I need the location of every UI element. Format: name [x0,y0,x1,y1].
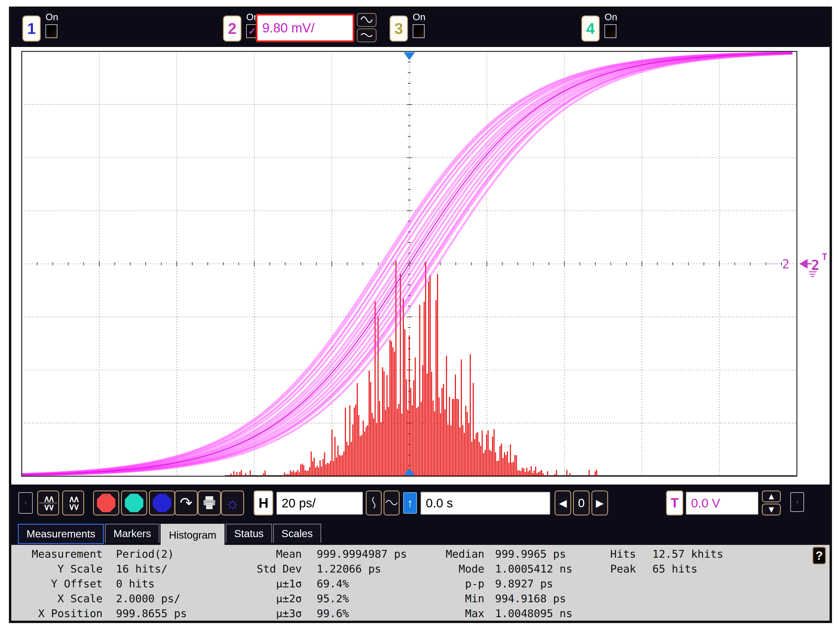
stat-label [603,576,636,591]
channel-1-on-label: On [46,12,69,22]
channel-4-group: 4 On [581,9,629,47]
channel-3-checkbox[interactable] [413,24,425,38]
run-acquisition-button[interactable] [121,490,147,515]
stop-acquisition-button[interactable] [93,490,119,515]
horizontal-menu-button[interactable]: H [254,490,273,515]
question-mark-icon: ? [816,549,823,563]
delay-right-button[interactable]: ▶ [591,490,608,515]
brightness-sun-icon: ☼ [225,494,240,512]
triangle-up-icon: ▲ [767,491,776,501]
zoom-out-wave-button[interactable] [366,490,382,515]
wave-small-icon-button[interactable] [357,28,376,42]
tab-markers[interactable]: Markers [105,524,159,543]
delay-left-button[interactable]: ◀ [554,490,571,515]
scroll-up-left-button[interactable]: ↑ [19,492,33,514]
display-intensity-button[interactable]: ☼ [221,490,244,515]
stat-value: 12.57 khits [636,547,830,561]
stat-label: μ±3σ [241,606,302,621]
trigger-menu-button[interactable]: T [666,490,683,515]
stat-label: Peak [603,561,636,576]
ch2-axis-label: 2 [782,257,789,271]
stat-label: Max [407,606,485,621]
histogram-stats-panel: MeasurementPeriod(2) Mean999.9994987 ps … [11,545,830,621]
stat-value [636,606,830,621]
stat-label: Y Offset [11,576,103,591]
stat-label: Measurement [11,547,103,561]
timebase-field[interactable]: 20 ps/ [276,492,363,515]
ch2-trigger-level-marker: 2T [799,251,827,277]
zoom-in-wave-button[interactable] [384,490,399,515]
stat-value: 999.9994987 ps [302,547,407,561]
channel-1-button[interactable]: 1 [22,16,41,42]
single-acquisition-button[interactable] [149,490,175,515]
stat-value: 16 hits/ [103,561,241,576]
cyan-octagon-icon [125,494,143,512]
chevron-up-down-button-2[interactable]: ∧∧∨∨ [62,490,84,515]
channel-1-number: 1 [27,20,36,38]
double-chevron-icon: ∧∧∨∨ [39,495,57,511]
up-arrow-icon: ↑ [796,500,798,504]
curved-arrow-icon: ↷ [180,494,193,512]
trigger-level-down-button[interactable]: ▼ [762,504,781,515]
print-button[interactable] [198,490,221,515]
svg-text:2: 2 [811,257,819,273]
channel-3-number: 3 [395,20,403,38]
trigger-level-field[interactable]: 0.0 V [686,492,758,515]
ch2-scale-value: 9.80 mV/ [262,20,314,35]
stats-row: X Position999.8655 ps μ±3σ99.6% Max1.004… [11,606,830,621]
h-label: H [258,495,268,511]
stat-value: 0 hits [103,576,241,591]
trigger-level-value: 0.0 V [691,496,720,511]
channel-4-checkbox[interactable] [605,24,616,38]
stat-label: X Position [11,606,103,621]
timebase-value: 20 ps/ [282,496,316,511]
tab-measurements[interactable]: Measurements [18,524,104,544]
trigger-level-up-button[interactable]: ▲ [762,490,781,502]
stats-row: Y Scale16 hits/ Std Dev1.22066 ps Mode1.… [11,561,830,576]
channel-3-on-label: On [413,12,436,22]
stats-row: X Scale2.0000 ps/ μ±2σ95.2% Min994.9168 … [11,591,830,606]
plot-zone: 22T [11,47,830,484]
wave-large-icon-button[interactable] [357,13,376,27]
tab-histogram[interactable]: Histogram [161,524,224,546]
stat-value: 1.22066 ps [302,561,407,576]
clear-display-button[interactable]: ↷ [175,490,198,515]
stat-label: X Scale [11,591,103,606]
scroll-up-right-button[interactable]: ↑ [790,492,804,512]
channel-1-checkbox[interactable] [46,24,57,38]
trigger-slope-rising-button[interactable]: ↑ [403,492,417,514]
up-arrow-icon: ↑ [25,501,27,505]
horizontal-delay-field[interactable]: 0.0 s [420,492,550,515]
tab-status[interactable]: Status [226,524,272,543]
stat-value: 95.2% [302,591,407,606]
red-octagon-icon [97,494,115,512]
channel-4-button[interactable]: 4 [581,16,600,42]
oscilloscope-screen: 1 On 2 On ✓ 9.80 mV/ 3 [9,6,832,623]
delay-zero-button[interactable]: 0 [573,490,590,515]
stat-value: 999.8655 ps [103,606,241,621]
stats-row: Y Offset0 hits μ±1σ69.4% p-p9.8927 ps [11,576,830,591]
stat-value: Period(2) [103,547,241,561]
stat-label: Mean [241,547,302,561]
stat-value: 999.9965 ps [485,547,603,561]
stat-label: Mode [407,561,485,576]
sine-large-icon [360,15,373,25]
stat-label: Median [407,547,485,561]
triangle-down-icon: ▼ [767,504,776,515]
right-arrow-icon: ▶ [596,497,604,509]
stat-label [603,606,636,621]
stat-value: 99.6% [302,606,407,621]
sine-small-icon [360,32,373,39]
ch2-vertical-scale-field[interactable]: 9.80 mV/ [256,14,354,42]
channel-3-button[interactable]: 3 [390,16,408,42]
stat-value: 69.4% [302,576,407,591]
channel-2-button[interactable]: 2 [223,16,242,42]
horizontal-toolbar: ↑ ∧∧∨∨ ∧∧∨∨ ↷ ☼ H 20 ps/ ↑ 0.0 s ◀ 0 ▶ T… [11,484,830,523]
channel-bar: 1 On 2 On ✓ 9.80 mV/ 3 [11,9,830,47]
stats-row: MeasurementPeriod(2) Mean999.9994987 ps … [11,547,830,561]
tab-scales[interactable]: Scales [273,524,321,543]
channel-4-number: 4 [586,20,595,38]
svg-text:T: T [822,251,827,262]
help-button[interactable]: ? [812,547,826,564]
chevron-up-down-button-1[interactable]: ∧∧∨∨ [37,490,59,515]
